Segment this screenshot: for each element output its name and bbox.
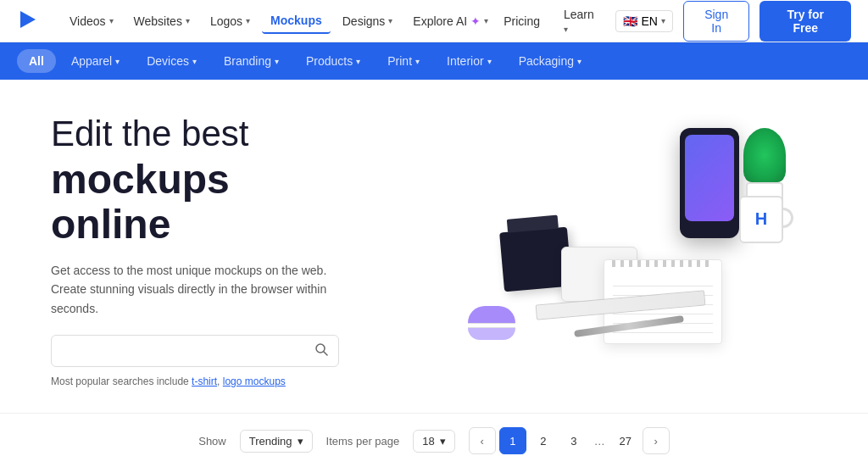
items-per-page-label: Items per page: [326, 435, 400, 448]
top-navigation: Videos ▾ Websites ▾ Logos ▾ Mockups Desi…: [0, 0, 868, 42]
nav-explore-ai[interactable]: Explore AI ✦ ▾: [404, 9, 497, 33]
page-1-button[interactable]: 1: [499, 427, 526, 454]
page-27-button[interactable]: 27: [612, 427, 639, 454]
chevron-down-icon: ▾: [109, 16, 114, 25]
hero-content: Edit the best mockups online Get access …: [51, 114, 407, 387]
popular-link-tshirt[interactable]: t-shirt: [192, 375, 217, 387]
search-bar: [51, 335, 339, 367]
hero-image: H: [407, 124, 817, 378]
nav-pricing[interactable]: Pricing: [497, 11, 547, 31]
search-input[interactable]: [62, 344, 308, 358]
next-page-button[interactable]: ›: [643, 427, 670, 454]
chevron-down-icon: ▾: [440, 435, 446, 448]
popular-searches: Most popular searches include t-shirt, l…: [51, 375, 407, 387]
popular-link-logo-mockups[interactable]: logo mockups: [223, 375, 286, 387]
hero-subtitle: Get access to the most unique mockups on…: [51, 261, 339, 318]
logo[interactable]: [17, 8, 41, 35]
chevron-down-icon: ▾: [388, 16, 392, 25]
hero-title-bold: mockups online: [51, 158, 407, 247]
trending-select[interactable]: Trending ▾: [240, 430, 313, 453]
pagination: ‹ 1 2 3 … 27 ›: [469, 427, 670, 454]
cat-interior[interactable]: Interior ▾: [435, 49, 504, 73]
chevron-down-icon: ▾: [246, 16, 250, 25]
mug-mockup: H: [739, 196, 790, 251]
cat-all[interactable]: All: [17, 49, 56, 73]
cat-devices[interactable]: Devices ▾: [135, 49, 209, 73]
prev-page-button[interactable]: ‹: [469, 427, 496, 454]
cat-print[interactable]: Print ▾: [376, 49, 431, 73]
items-per-page-select[interactable]: 18 ▾: [413, 430, 454, 453]
nav-mockups[interactable]: Mockups: [262, 8, 331, 34]
chevron-down-icon: ▾: [487, 57, 492, 66]
chevron-down-icon: ▾: [564, 25, 568, 34]
nav-logos[interactable]: Logos ▾: [202, 9, 259, 33]
nav-right: Pricing Learn ▾ 🇬🇧 EN ▾ Sign In Try for …: [497, 1, 851, 42]
svg-marker-0: [20, 11, 36, 28]
nav-learn[interactable]: Learn ▾: [557, 4, 606, 38]
hero-title-light: Edit the best: [51, 114, 407, 154]
chevron-down-icon: ▾: [298, 435, 303, 448]
nav-videos[interactable]: Videos ▾: [61, 9, 122, 33]
chevron-down-icon: ▾: [577, 57, 581, 66]
phone-mockup: [680, 128, 739, 238]
page-dots: …: [591, 435, 609, 448]
chevron-down-icon: ▾: [661, 16, 665, 25]
chevron-down-icon: ▾: [356, 57, 360, 66]
nav-designs[interactable]: Designs ▾: [334, 9, 402, 33]
show-label: Show: [198, 435, 226, 448]
chevron-down-icon: ▾: [415, 57, 420, 66]
cat-apparel[interactable]: Apparel ▾: [59, 49, 131, 73]
cat-products[interactable]: Products ▾: [294, 49, 372, 73]
nav-websites[interactable]: Websites ▾: [125, 9, 198, 33]
chevron-down-icon: ▾: [192, 57, 197, 66]
chevron-down-icon: ▾: [275, 57, 279, 66]
search-button[interactable]: [314, 342, 328, 359]
chevron-down-icon: ▾: [484, 16, 488, 25]
cat-packaging[interactable]: Packaging ▾: [507, 49, 593, 73]
chevron-down-icon: ▾: [115, 57, 120, 66]
mockup-scene: H: [434, 128, 790, 374]
svg-line-2: [324, 352, 327, 355]
chevron-down-icon: ▾: [186, 16, 190, 25]
sign-in-button[interactable]: Sign In: [683, 1, 750, 42]
page-2-button[interactable]: 2: [530, 427, 557, 454]
ai-star-icon: ✦: [470, 14, 481, 28]
hero-section: Edit the best mockups online Get access …: [0, 80, 868, 413]
category-bar: All Apparel ▾ Devices ▾ Branding ▾ Produ…: [0, 42, 868, 80]
flag-icon: 🇬🇧: [623, 14, 637, 28]
show-bar: Show Trending ▾ Items per page 18 ▾ ‹ 1 …: [0, 413, 868, 456]
try-for-free-button[interactable]: Try for Free: [760, 1, 851, 42]
cat-branding[interactable]: Branding ▾: [212, 49, 291, 73]
language-selector[interactable]: 🇬🇧 EN ▾: [615, 10, 672, 32]
page-3-button[interactable]: 3: [560, 427, 587, 454]
nav-items: Videos ▾ Websites ▾ Logos ▾ Mockups Desi…: [61, 8, 497, 34]
macaroon-decoration: [468, 306, 515, 340]
